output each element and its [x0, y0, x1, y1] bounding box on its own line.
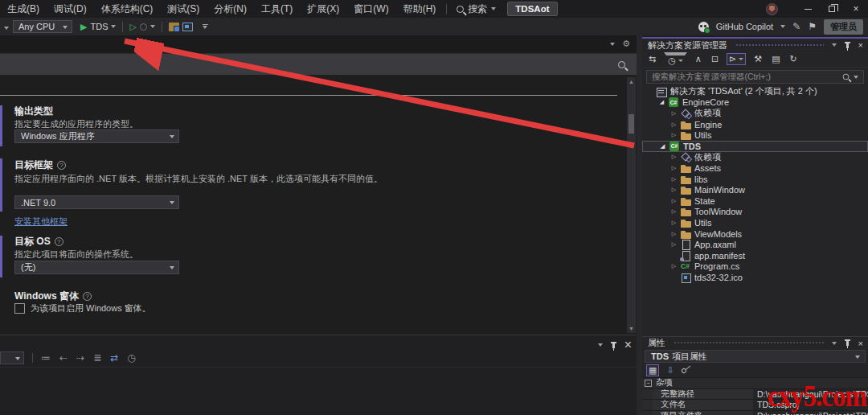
run-target-label[interactable]: TDS — [90, 22, 108, 31]
hot-reload-icon[interactable] — [140, 23, 147, 31]
categorized-view-icon[interactable]: ▦ — [646, 364, 659, 376]
view-code-icon[interactable]: ▤ — [770, 54, 781, 64]
expander-icon[interactable] — [659, 143, 666, 150]
expander-icon[interactable] — [670, 176, 678, 183]
restore-button[interactable] — [820, 0, 844, 18]
tree-row[interactable]: Utils — [642, 129, 868, 141]
chevron-down-icon[interactable] — [598, 343, 603, 347]
tree-row[interactable]: ToolWindow — [642, 207, 868, 218]
close-icon[interactable]: × — [858, 339, 863, 348]
word-wrap-icon[interactable]: ≣ — [93, 352, 101, 364]
expander-icon[interactable] — [670, 110, 678, 117]
tree-row[interactable]: 解决方案 'TDSAot' (2 个项目, 共 2 个) — [642, 86, 868, 97]
expander-icon[interactable] — [658, 99, 665, 105]
menu-item[interactable]: 帮助(H) — [396, 2, 444, 16]
expander-icon[interactable] — [670, 187, 678, 193]
expander-icon[interactable] — [670, 241, 678, 248]
account-avatar[interactable] — [766, 3, 778, 15]
feedback-icon[interactable]: ✎ — [792, 21, 800, 32]
chevron-down-icon[interactable] — [150, 25, 155, 28]
property-category[interactable]: − 杂项 — [642, 378, 868, 389]
panel-splitter[interactable] — [637, 35, 642, 415]
项目文件夹-icon[interactable]: 项目文件夹 D:\yaoshuangqui\Projects\TDS_mai — [642, 411, 868, 415]
expander-icon[interactable] — [670, 198, 678, 204]
info-icon[interactable]: ? — [83, 292, 92, 301]
property-value[interactable]: TDS.csproj — [753, 400, 868, 410]
expander-icon[interactable] — [670, 231, 678, 237]
object-selector-dropdown[interactable]: TDS 项目属性 — [645, 350, 866, 363]
chevron-down-icon[interactable] — [610, 43, 615, 46]
expander-icon[interactable] — [670, 165, 678, 171]
solution-name-badge[interactable]: TDSAot — [507, 2, 557, 16]
info-icon[interactable]: ? — [57, 161, 66, 170]
pin-icon[interactable] — [846, 340, 849, 346]
solution-search-box[interactable]: 搜索解决方案资源管理器(Ctrl+;) — [646, 70, 864, 84]
scroll-up-icon[interactable]: ▲ — [627, 77, 636, 86]
expander-icon[interactable] — [670, 154, 678, 160]
tree-row[interactable]: libs — [642, 174, 868, 185]
sort-alphabetical-icon[interactable]: ⇩ — [665, 365, 675, 376]
完整路径-icon[interactable]: 完整路径 D:\yaoshuangqui\Projects\TDS_mai — [642, 389, 868, 401]
chevron-down-icon[interactable] — [832, 342, 837, 345]
quick-search[interactable]: 搜索 — [457, 2, 496, 16]
menu-item[interactable]: 工具(T) — [254, 2, 300, 16]
timestamp-icon[interactable]: ◷ — [127, 352, 135, 364]
tree-row[interactable]: EngineCore — [642, 97, 868, 109]
info-icon[interactable]: ? — [55, 237, 63, 246]
expander-icon[interactable] — [670, 208, 678, 215]
expander-icon[interactable] — [670, 121, 678, 128]
copilot-label[interactable]: GitHub Copilot — [716, 22, 774, 31]
pin-icon[interactable] — [846, 43, 849, 48]
expander-icon[interactable] — [670, 220, 678, 226]
tree-row[interactable]: ViewModels — [642, 228, 868, 240]
tree-row[interactable]: Engine — [642, 119, 868, 130]
文件名-icon[interactable]: 文件名 TDS.csproj — [642, 400, 868, 411]
tree-row[interactable]: 依赖项 — [642, 108, 868, 119]
refresh-icon[interactable]: ↻ — [788, 54, 799, 64]
menu-item[interactable]: 调试(D) — [47, 2, 94, 16]
drag-grip[interactable] — [674, 341, 824, 345]
editor-scrollbar[interactable]: ▲ ▼ — [627, 77, 636, 333]
properties-shortcut-icon[interactable]: ⊡ — [710, 54, 720, 64]
chevron-down-icon[interactable] — [111, 25, 116, 28]
winforms-checkbox[interactable] — [14, 303, 25, 314]
admin-badge[interactable]: 管理员 — [824, 19, 863, 35]
switch-views-icon[interactable]: ⇆ — [647, 54, 657, 64]
pending-changes-filter-icon[interactable]: ◷ — [664, 52, 687, 66]
configuration-dropdown[interactable] — [0, 22, 13, 31]
start-without-debug-icon[interactable]: ▷ — [129, 22, 136, 32]
property-value[interactable]: D:\yaoshuangqui\Projects\TDS_mai — [753, 389, 868, 400]
tree-row[interactable]: App.axaml — [642, 239, 868, 250]
target-framework-dropdown[interactable]: .NET 9.0 — [14, 195, 179, 209]
close-icon[interactable]: × — [858, 40, 863, 50]
install-frameworks-link[interactable]: 安装其他框架 — [14, 216, 68, 228]
menu-item[interactable]: 生成(B) — [0, 2, 47, 16]
start-debug-icon[interactable]: ▶ — [80, 22, 87, 32]
tree-row[interactable]: TDS — [642, 141, 868, 152]
minimize-button[interactable] — [796, 0, 820, 18]
menu-item[interactable]: 测试(S) — [160, 2, 207, 16]
collapse-all-icon[interactable]: ∧ — [694, 54, 703, 64]
chevron-down-icon[interactable] — [832, 43, 837, 47]
previous-message-icon[interactable]: ⇠ — [59, 352, 68, 364]
toolbar-overflow-button[interactable] — [203, 24, 208, 29]
scrollbar-thumb[interactable] — [628, 114, 634, 134]
menu-item[interactable]: 分析(N) — [207, 2, 254, 16]
tree-row[interactable]: State — [642, 195, 868, 207]
tree-row[interactable]: 依赖项 — [642, 152, 868, 163]
menu-item[interactable]: 体系结构(C) — [94, 2, 161, 16]
notifications-icon[interactable]: ⚑ — [808, 21, 817, 32]
property-value[interactable]: D:\yaoshuangqui\Projects\TDS_mai — [753, 411, 868, 415]
tree-row[interactable]: app.manifest — [642, 250, 868, 261]
expander-icon[interactable] — [670, 263, 678, 269]
tree-row[interactable]: Assets — [642, 162, 868, 174]
output-type-dropdown[interactable]: Windows 应用程序 — [14, 129, 179, 143]
menu-item[interactable]: 扩展(X) — [300, 2, 346, 16]
close-button[interactable]: × — [844, 0, 868, 18]
target-os-dropdown[interactable]: (无) — [14, 261, 179, 274]
scroll-down-icon[interactable]: ▼ — [627, 324, 636, 333]
show-all-files-icon[interactable]: ⚒ — [752, 54, 764, 64]
expander-icon[interactable] — [670, 132, 678, 138]
drag-grip[interactable] — [735, 43, 824, 47]
menu-item[interactable]: 窗口(W) — [346, 2, 395, 16]
